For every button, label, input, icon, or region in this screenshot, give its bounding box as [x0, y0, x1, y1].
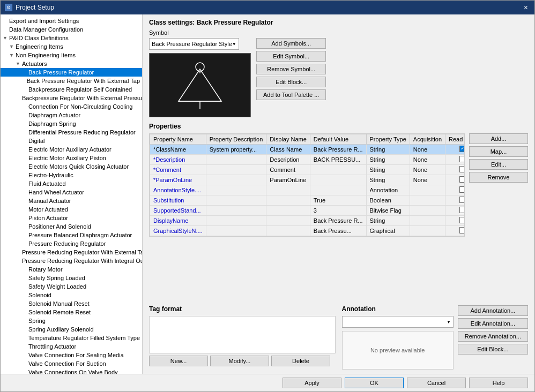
readonly-checkbox[interactable]: [459, 176, 465, 183]
tree-item-electro_hyd[interactable]: Electro-Hydraulic: [1, 171, 142, 179]
table-row[interactable]: *ParamOnLine ParamOnLine String None: [150, 175, 465, 185]
cell-display-name: Description: [266, 155, 310, 165]
remove-symbol-button[interactable]: Remove Symbol...: [256, 64, 326, 74]
cell-readonly: [445, 175, 465, 185]
cell-display-name: [266, 206, 310, 216]
tree-item-pressure_red_ext[interactable]: Pressure Reducing Regulator With Externa…: [1, 248, 142, 257]
add-to-palette-button[interactable]: Add to Tool Palette ...: [256, 89, 326, 100]
tree-item-piston_act[interactable]: Piston Actuator: [1, 214, 142, 222]
tag-format-section: Tag format New... Modify... Delete: [149, 305, 336, 370]
tree-item-diaphragm_act[interactable]: Diaphragm Actuator: [1, 111, 142, 119]
readonly-checkbox[interactable]: [459, 217, 465, 223]
tree-item-fluid_act[interactable]: Fluid Actuated: [1, 179, 142, 188]
readonly-checkbox[interactable]: [459, 146, 465, 152]
tree-item-valve_body[interactable]: Valve Connections On Valve Body: [1, 368, 142, 374]
tree-item-spring[interactable]: Spring: [1, 316, 142, 325]
tree-item-temp_reg[interactable]: Temperature Regulator Filled System Type: [1, 334, 142, 342]
cell-default-value: Back Pressure R...: [310, 145, 366, 155]
edit-property-button[interactable]: Edit...: [469, 159, 528, 170]
tree-item-solenoid[interactable]: Solenoid: [1, 291, 142, 299]
table-row[interactable]: *Description Description BACK PRESSU... …: [150, 155, 465, 165]
tree-item-connection_cool[interactable]: Connection For Non-Circulating Cooling: [1, 102, 142, 111]
readonly-checkbox[interactable]: [459, 227, 465, 233]
annotation-dropdown[interactable]: ▼: [342, 316, 454, 328]
cancel-button[interactable]: Cancel: [407, 378, 466, 388]
delete-tag-button[interactable]: Delete: [271, 356, 330, 366]
tree-item-pressure_bal[interactable]: Pressure Balanced Diaphragm Actuator: [1, 231, 142, 239]
tree-item-electric_aux[interactable]: Electric Motor Auxiliary Actuator: [1, 145, 142, 154]
readonly-checkbox[interactable]: [459, 207, 465, 213]
readonly-checkbox[interactable]: [459, 156, 465, 162]
readonly-checkbox[interactable]: [459, 186, 465, 193]
tree-item-electric_piston[interactable]: Electric Motor Auxiliary Piston: [1, 154, 142, 162]
tree-item-valve_seal[interactable]: Valve Connection For Sealing Media: [1, 351, 142, 359]
tree-item-spring_aux[interactable]: Spring Auxiliary Solenoid: [1, 325, 142, 334]
tree-item-engineering[interactable]: ▼Engineering Items: [1, 42, 142, 51]
tree-item-export[interactable]: Export and Import Settings: [1, 17, 142, 25]
cell-property-type: Graphical: [366, 226, 410, 236]
cell-property-name: *Description: [150, 155, 206, 165]
tree-item-nonengineering[interactable]: ▼Non Engineering Items: [1, 51, 142, 59]
edit-symbol-button[interactable]: Edit Symbol...: [256, 51, 326, 62]
tree-item-safety_spring[interactable]: Safety Spring Loaded: [1, 274, 142, 282]
tree-item-pressure_red_int[interactable]: Pressure Reducing Regulator With Integra…: [1, 257, 142, 265]
tree-item-throttling[interactable]: Throttling Actuator: [1, 342, 142, 351]
tree-item-backpressure_self[interactable]: Backpressure Regulator Self Contained: [1, 85, 142, 94]
remove-property-button[interactable]: Remove: [469, 172, 528, 183]
tree-item-pid[interactable]: ▼P&ID Class Definitions: [1, 34, 142, 42]
tree-item-datamgr[interactable]: Data Manager Configuration: [1, 25, 142, 34]
tree-item-motor_act[interactable]: Motor Actuated: [1, 205, 142, 214]
map-button[interactable]: Map...: [469, 146, 528, 157]
tree-item-solenoid_manual[interactable]: Solenoid Manual Reset: [1, 299, 142, 308]
tree-item-actuators[interactable]: ▼Actuators: [1, 59, 142, 68]
close-button[interactable]: ×: [522, 3, 530, 12]
table-row[interactable]: AnnotationStyle.... Annotation: [150, 185, 465, 195]
remove-annotation-button[interactable]: Remove Annotation...: [458, 331, 528, 342]
tree-item-handwheel[interactable]: Hand Wheel Actuator: [1, 188, 142, 197]
tree-item-backpressure_tap[interactable]: Back Pressure Regulator With External Ta…: [1, 77, 142, 85]
tree-item-backpressure[interactable]: Back Pressure Regulator: [1, 68, 142, 77]
tree-item-safety_weight[interactable]: Safety Weight Loaded: [1, 282, 142, 291]
table-row[interactable]: Substitution True Boolean: [150, 195, 465, 206]
edit-annotation-button[interactable]: Edit Annotation...: [458, 318, 528, 329]
add-symbols-button[interactable]: Add Symbols...: [256, 38, 326, 49]
add-annotation-button[interactable]: Add Annotation...: [458, 305, 528, 316]
readonly-checkbox[interactable]: [459, 166, 465, 172]
edit-block-button[interactable]: Edit Block...: [256, 77, 326, 87]
tree-item-valve_suction[interactable]: Valve Connection For Suction: [1, 359, 142, 368]
tree-item-electric_quick[interactable]: Electric Motors Quick Closing Actuator: [1, 162, 142, 171]
tree-item-diff_pressure[interactable]: Differential Pressure Reducing Regulator: [1, 128, 142, 137]
readonly-checkbox[interactable]: [459, 197, 465, 203]
help-button[interactable]: Help: [469, 378, 528, 388]
bottom-section: Tag format New... Modify... Delete Annot…: [149, 305, 528, 370]
add-property-button[interactable]: Add...: [469, 133, 528, 144]
ok-button[interactable]: OK: [345, 378, 404, 388]
expand-icon: ▼: [9, 52, 16, 58]
apply-button[interactable]: Apply: [283, 378, 341, 388]
table-row[interactable]: DisplayName Back Pressure R... String: [150, 216, 465, 226]
tree-item-manual_act[interactable]: Manual Actuator: [1, 197, 142, 205]
tree-item-rotary_motor[interactable]: Rotary Motor: [1, 265, 142, 274]
new-tag-button[interactable]: New...: [149, 356, 208, 366]
table-row[interactable]: GraphicalStyleN.... Back Pressu... Graph…: [150, 226, 465, 236]
cell-readonly: [445, 216, 465, 226]
window-title: Project Setup: [16, 4, 54, 11]
modify-tag-button[interactable]: Modify...: [210, 356, 269, 366]
table-row[interactable]: *Comment Comment String None: [150, 165, 465, 175]
cell-description: [206, 175, 266, 185]
tree-item-backpressure_ext[interactable]: Backpressure Regulator With External Pre…: [1, 94, 142, 102]
tree-item-positioner[interactable]: Positioner And Solenoid: [1, 222, 142, 231]
tree-area: Export and Import SettingsData Manager C…: [1, 14, 142, 374]
cell-default-value: Back Pressure R...: [310, 216, 366, 226]
symbol-label: Symbol: [149, 29, 528, 36]
symbol-preview: [149, 53, 251, 117]
tree-item-pressure_red[interactable]: Pressure Reducing Regulator: [1, 239, 142, 248]
table-row[interactable]: SupportedStand... 3 Bitwise Flag: [150, 206, 465, 216]
tree-item-diaphragm_spring[interactable]: Diaphragm Spring: [1, 119, 142, 128]
symbol-style-dropdown[interactable]: Back Pressure Regulator Style ▼: [149, 38, 239, 50]
table-row[interactable]: *ClassName System property... Class Name…: [150, 145, 465, 155]
tree-item-solenoid_remote[interactable]: Solenoid Remote Reset: [1, 308, 142, 316]
edit-block-annotation-button[interactable]: Edit Block...: [458, 344, 528, 355]
tree-item-digital[interactable]: Digital: [1, 137, 142, 145]
cell-readonly: [445, 206, 465, 216]
